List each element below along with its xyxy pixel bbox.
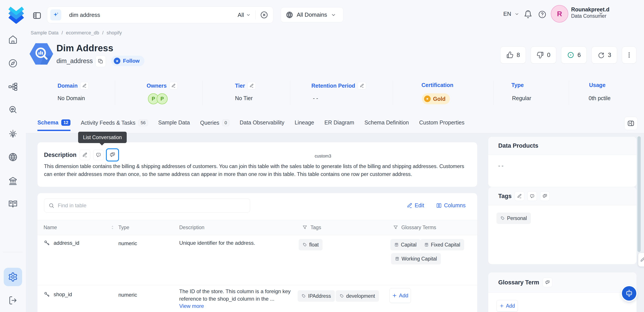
tab-schema[interactable]: Schema 12 bbox=[38, 119, 70, 131]
asset-tabs: Schema 12 Activity Feeds & Tasks 56 Samp… bbox=[38, 119, 464, 133]
domains-filter-dropdown[interactable]: All Domains bbox=[281, 7, 343, 22]
search-clear-button[interactable] bbox=[260, 11, 268, 19]
edit-tier-button[interactable] bbox=[248, 82, 256, 89]
tags-edit-button[interactable] bbox=[515, 191, 524, 201]
add-glossary-term-button[interactable]: Add bbox=[390, 288, 411, 303]
column-name-cell[interactable]: address_id bbox=[44, 240, 79, 246]
certified-medal-icon: ★ bbox=[424, 96, 431, 102]
copy-name-button[interactable] bbox=[96, 56, 106, 67]
tags-conversation-button[interactable] bbox=[540, 191, 550, 201]
downvote-button[interactable]: 0 bbox=[531, 47, 556, 64]
tab-lineage[interactable]: Lineage bbox=[294, 119, 314, 130]
user-avatar[interactable]: R bbox=[551, 5, 568, 23]
tag-chip[interactable]: Personal bbox=[496, 213, 531, 224]
tag-chip[interactable]: development bbox=[336, 290, 379, 302]
view-more-link[interactable]: View more bbox=[179, 303, 204, 309]
description-request-button[interactable]: ? bbox=[93, 150, 104, 160]
sidebar-item-domains[interactable] bbox=[8, 152, 18, 162]
ai-sparkle-icon[interactable] bbox=[50, 10, 61, 20]
breadcrumb-item-schema[interactable]: shopify bbox=[106, 30, 122, 36]
app-logo[interactable] bbox=[7, 5, 26, 24]
tab-schema-definition[interactable]: Schema Definition bbox=[364, 119, 409, 130]
panel-toggle-icon bbox=[627, 120, 634, 127]
description-edit-button[interactable] bbox=[80, 150, 90, 160]
table-row[interactable]: address_id numeric Unique identifier for… bbox=[38, 235, 477, 285]
tab-sample-data[interactable]: Sample Data bbox=[158, 119, 190, 130]
pencil-icon bbox=[360, 83, 364, 88]
filter-icon[interactable] bbox=[302, 225, 308, 230]
column-header-tags[interactable]: Tags bbox=[310, 225, 321, 230]
edit-retention-button[interactable] bbox=[358, 82, 366, 89]
tags-card: Tags ? Personal bbox=[488, 187, 637, 264]
tab-custom-properties[interactable]: Custom Properties bbox=[419, 119, 464, 130]
column-header-type[interactable]: Type bbox=[118, 225, 129, 230]
search-scope-dropdown[interactable]: All bbox=[238, 12, 251, 19]
search-input[interactable] bbox=[61, 12, 238, 19]
edit-label: Edit bbox=[415, 202, 424, 209]
sidebar-item-logout[interactable] bbox=[8, 295, 18, 305]
sidebar-item-lineage[interactable] bbox=[8, 82, 18, 92]
type-value: Regular bbox=[512, 95, 531, 101]
glossary-term-chip[interactable]: Working Capital bbox=[391, 253, 441, 264]
chatbot-button[interactable] bbox=[622, 286, 636, 300]
breadcrumb-item-database[interactable]: ecommerce_db bbox=[66, 30, 99, 36]
breadcrumb-item-connection[interactable]: Sample Data bbox=[31, 30, 58, 36]
tags-request-button[interactable]: ? bbox=[527, 191, 537, 201]
column-header-glossary-terms[interactable]: Glossary Terms bbox=[401, 225, 436, 230]
collapse-right-panel-button[interactable] bbox=[624, 117, 638, 130]
description-conversation-button[interactable] bbox=[107, 149, 118, 161]
pencil-icon bbox=[171, 83, 176, 88]
sidebar-item-observability[interactable] bbox=[8, 105, 18, 115]
certification-badge: ★ Gold bbox=[422, 93, 450, 104]
user-menu-chevron[interactable] bbox=[598, 11, 604, 16]
table-row[interactable]: shop_id numeric The ID of the store. Thi… bbox=[38, 285, 477, 312]
language-dropdown[interactable]: EN bbox=[503, 11, 520, 17]
find-in-table-input[interactable] bbox=[57, 202, 246, 209]
activity-button[interactable]: 3 bbox=[592, 47, 617, 64]
edit-domain-button[interactable] bbox=[80, 82, 88, 89]
column-name-cell[interactable]: shop_id bbox=[44, 291, 72, 298]
edge-edit-button[interactable] bbox=[638, 253, 644, 267]
sidebar-item-home[interactable] bbox=[8, 35, 18, 44]
owners-avatars[interactable]: P P bbox=[148, 93, 168, 104]
tag-chip[interactable]: IPAddress bbox=[298, 290, 335, 302]
usage-label: Usage bbox=[589, 82, 606, 88]
upvote-button[interactable]: 8 bbox=[500, 47, 526, 64]
chevron-down-icon bbox=[514, 12, 520, 17]
follow-button[interactable]: ★ Follow bbox=[111, 56, 144, 66]
tab-activity-feeds-tasks[interactable]: Activity Feeds & Tasks 56 bbox=[81, 119, 148, 130]
sidebar-item-insights[interactable] bbox=[8, 129, 18, 139]
edit-owners-button[interactable] bbox=[169, 82, 178, 89]
manage-columns-button[interactable]: Columns bbox=[436, 202, 466, 209]
tab-data-observability[interactable]: Data Observability bbox=[240, 119, 284, 130]
metadata-divider bbox=[494, 81, 494, 105]
sidebar-item-glossary[interactable] bbox=[8, 199, 18, 209]
more-actions-button[interactable] bbox=[622, 47, 636, 64]
column-header-name[interactable]: Name bbox=[44, 225, 57, 230]
data-products-title: Data Products bbox=[498, 142, 538, 149]
glossary-term-chip[interactable]: Fixed Capital bbox=[420, 239, 464, 250]
description-header: Description ? bbox=[44, 149, 118, 161]
sidebar-item-settings[interactable] bbox=[4, 268, 22, 286]
tab-queries[interactable]: Queries 0 bbox=[200, 119, 230, 130]
key-icon bbox=[44, 240, 50, 246]
notifications-button[interactable] bbox=[524, 10, 532, 19]
glossary-conversation-button[interactable] bbox=[543, 278, 552, 287]
glossary-term-chip[interactable]: Capital bbox=[390, 239, 420, 250]
help-button[interactable] bbox=[538, 10, 546, 19]
watch-button[interactable]: 6 bbox=[561, 47, 587, 64]
edit-columns-button[interactable]: Edit bbox=[407, 202, 424, 209]
add-glossary-term-button[interactable]: Add bbox=[496, 300, 518, 312]
sidebar-item-explore[interactable] bbox=[8, 59, 18, 68]
tab-er-diagram[interactable]: ER Diagram bbox=[324, 119, 354, 130]
owner-avatar[interactable]: P bbox=[157, 93, 168, 104]
sidebar-item-governance[interactable] bbox=[8, 176, 18, 186]
filter-icon[interactable] bbox=[393, 225, 398, 230]
column-header-description[interactable]: Description bbox=[179, 225, 204, 230]
sort-icon[interactable] bbox=[110, 224, 115, 231]
retention-label: Retention Period bbox=[312, 82, 366, 89]
sidebar-collapse-button[interactable] bbox=[32, 11, 42, 20]
tag-chip[interactable]: float bbox=[299, 239, 322, 250]
compass-icon bbox=[8, 59, 18, 68]
page-scrollbar[interactable] bbox=[638, 136, 641, 252]
